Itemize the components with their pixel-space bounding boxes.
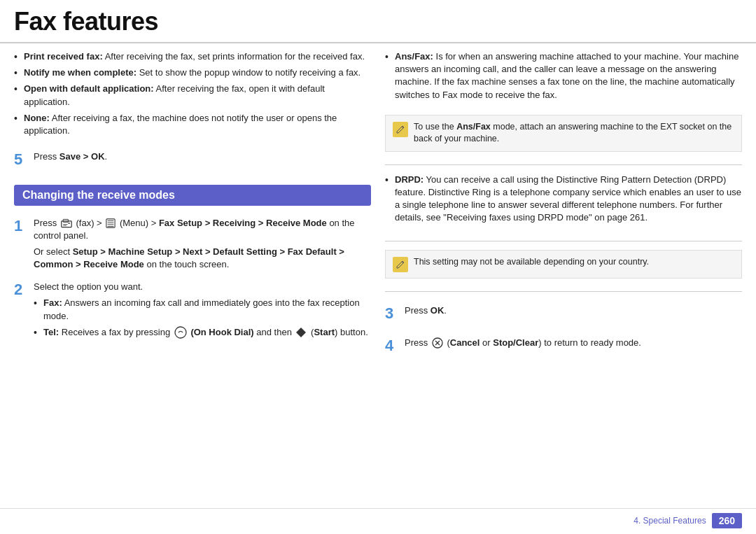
stop-clear-label: Stop/Clear xyxy=(493,337,538,348)
bullet-label: Print received fax: xyxy=(24,51,103,62)
step-1-bold2: Setup > Machine Setup > Next > Default S… xyxy=(34,246,344,269)
start-label: (Start) button. xyxy=(311,327,368,337)
note-2-text: This setting may not be available depend… xyxy=(414,256,649,269)
pencil-icon xyxy=(396,125,405,134)
svg-marker-11 xyxy=(296,328,306,337)
pencil-icon-2 xyxy=(396,260,405,269)
step-4-block: 4 Press (Cancel or Stop/Clear) to return… xyxy=(385,337,742,355)
list-item: Tel: Receives a fax by pressing (On Hook… xyxy=(34,326,371,339)
menu-icon xyxy=(106,218,115,228)
bullet-text: After receiving a fax, the machine does … xyxy=(24,113,337,136)
fax-icon xyxy=(61,218,72,228)
step-3-content: Press OK. xyxy=(405,304,742,317)
cancel-icon xyxy=(432,337,443,349)
divider-2 xyxy=(385,241,742,241)
step-1-number: 1 xyxy=(14,217,28,235)
page-footer: 4. Special Features 260 xyxy=(0,508,756,534)
content-area: Print received fax: After receiving the … xyxy=(0,43,756,508)
bullet-text: Set to show the popup window to notify r… xyxy=(139,67,361,78)
list-item: Ans/Fax: Is for when an answering machin… xyxy=(385,50,742,101)
note-1-text: To use the Ans/Fax mode, attach an answe… xyxy=(414,121,734,146)
step-5-block: 5 Press Save > OK. xyxy=(14,150,371,169)
bullet-label: None: xyxy=(24,113,50,123)
step-2-text: Select the option you want. xyxy=(34,281,371,293)
note-icon-2 xyxy=(393,257,408,272)
step-1-bold: Fax Setup > Receiving > Receive Mode xyxy=(159,218,327,228)
list-item: Print received fax: After receiving the … xyxy=(14,50,371,63)
bullet-label: Open with default application: xyxy=(24,83,154,94)
bullet-label: Notify me when complete: xyxy=(24,67,136,78)
section-header-receive-modes: Changing the receive modes xyxy=(14,185,371,206)
svg-rect-2 xyxy=(68,223,69,224)
divider-3 xyxy=(385,291,742,292)
drpd-label: DRPD: xyxy=(395,174,424,185)
step-3-block: 3 Press OK. xyxy=(385,304,742,323)
step-3-number: 3 xyxy=(385,304,399,323)
ans-fax-list: Ans/Fax: Is for when an answering machin… xyxy=(385,50,742,105)
step-4-number: 4 xyxy=(385,337,399,355)
step-5-text-before: Press xyxy=(34,151,59,162)
note-box-1: To use the Ans/Fax mode, attach an answe… xyxy=(385,115,742,152)
ans-fax-label: Ans/Fax: xyxy=(395,51,433,62)
page-number: 260 xyxy=(712,513,742,528)
tel-label: Tel: xyxy=(43,327,59,337)
step-5-text-after: . xyxy=(105,151,108,162)
step-1-line2: Or select Setup > Machine Setup > Next >… xyxy=(34,246,371,271)
drpd-text: You can receive a call using the Distinc… xyxy=(395,174,741,223)
page-title: Fax features xyxy=(14,7,742,36)
tel-text: Receives a fax by pressing xyxy=(62,327,173,337)
step-2-number: 2 xyxy=(14,281,28,299)
page-container: Fax features Print received fax: After r… xyxy=(0,0,756,534)
list-item: None: After receiving a fax, the machine… xyxy=(14,112,371,137)
on-hook-dial-label: (On Hook Dial) and then xyxy=(190,327,294,337)
step-5-number: 5 xyxy=(14,150,28,169)
footer-section-label: 4. Special Features xyxy=(634,516,706,526)
step-1-block: 1 Press (fax) > xyxy=(14,217,371,272)
step-3-bold: OK xyxy=(430,305,444,316)
list-item: Notify me when complete: Set to show the… xyxy=(14,66,371,79)
step-5-content: Press Save > OK. xyxy=(34,150,371,163)
step-1-content: Press (fax) > xyxy=(34,217,371,272)
step-2-content: Select the option you want. Fax: Answers… xyxy=(34,281,371,343)
list-item: Open with default application: After rec… xyxy=(14,83,371,108)
fax-text: Answers an incoming fax call and immedia… xyxy=(43,297,360,321)
step-2-bullet-list: Fax: Answers an incoming fax call and im… xyxy=(34,297,371,339)
ans-fax-text: Is for when an answering machine attache… xyxy=(395,51,738,100)
fax-label: Fax: xyxy=(43,297,62,308)
drpd-list: DRPD: You can receive a call using the D… xyxy=(385,174,742,228)
list-item: Fax: Answers an incoming fax call and im… xyxy=(34,297,371,322)
page-header: Fax features xyxy=(0,0,756,43)
right-column: Ans/Fax: Is for when an answering machin… xyxy=(385,50,742,501)
step-1-line1: Press (fax) > xyxy=(34,217,371,242)
list-item: DRPD: You can receive a call using the D… xyxy=(385,174,742,225)
note-box-2: This setting may not be available depend… xyxy=(385,250,742,279)
cancel-label: Cancel xyxy=(450,337,480,348)
step-5-bold: Save > OK xyxy=(59,151,105,162)
step-2-block: 2 Select the option you want. Fax: Answe… xyxy=(14,281,371,343)
step-4-content: Press (Cancel or Stop/Clear) to return t… xyxy=(405,337,742,349)
divider-1 xyxy=(385,164,742,165)
start-icon xyxy=(295,327,307,338)
intro-bullet-list: Print received fax: After receiving the … xyxy=(14,50,371,141)
svg-point-10 xyxy=(175,327,186,338)
note-icon-1 xyxy=(393,122,408,137)
bullet-text: After receiving the fax, set prints info… xyxy=(105,51,365,62)
ans-fax-bold: Ans/Fax xyxy=(456,122,491,132)
on-hook-dial-icon xyxy=(174,326,187,339)
left-column: Print received fax: After receiving the … xyxy=(14,50,371,501)
